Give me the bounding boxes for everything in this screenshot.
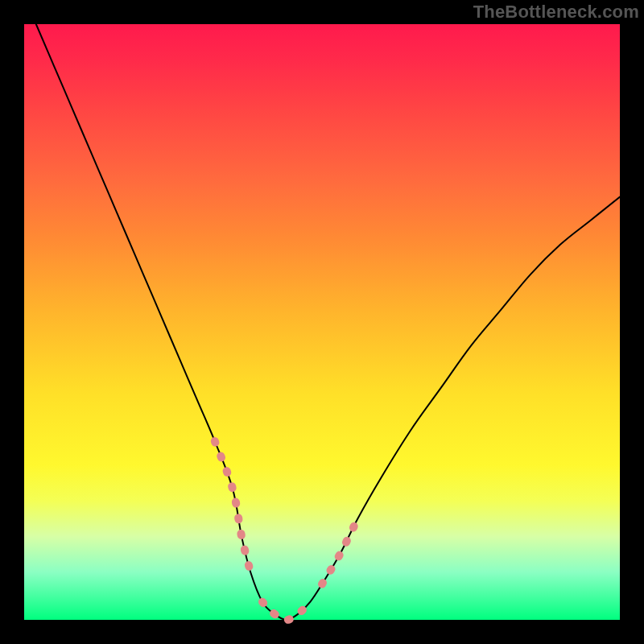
curve-svg <box>24 24 620 620</box>
watermark-text: TheBottleneck.com <box>473 2 639 23</box>
plot-area <box>24 24 620 620</box>
highlight-segment-0 <box>215 441 250 572</box>
bottleneck-curve <box>36 24 620 620</box>
chart-stage: TheBottleneck.com <box>0 0 644 644</box>
